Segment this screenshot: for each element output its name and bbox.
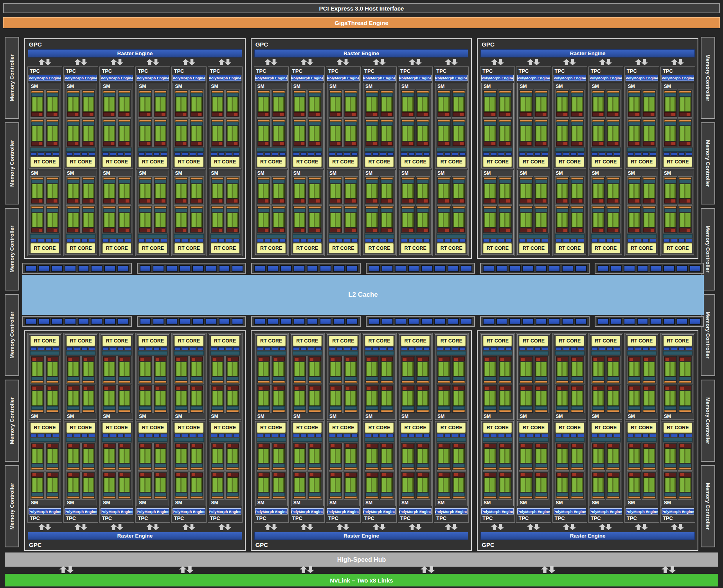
tpc-block: TPCPolyMorph EngineSMRT CORESMRT CORE bbox=[326, 66, 361, 256]
register-file-bar bbox=[191, 377, 203, 380]
core-array bbox=[402, 97, 414, 112]
rop-block bbox=[78, 318, 90, 325]
arrow-cell bbox=[660, 523, 695, 531]
rt-core-block: RT CORE bbox=[293, 336, 322, 346]
sm-subcore bbox=[189, 118, 204, 147]
register-file-bar bbox=[294, 93, 306, 97]
load-store-bar bbox=[499, 228, 511, 232]
sm-subcore-quad bbox=[138, 443, 167, 500]
register-file-bar bbox=[258, 122, 270, 125]
warp-scheduler-bar bbox=[664, 381, 676, 383]
register-file-bar bbox=[345, 93, 357, 97]
core-array bbox=[83, 97, 95, 112]
sfu-block bbox=[48, 358, 51, 361]
texture-units-row bbox=[483, 434, 512, 437]
texture-units-row bbox=[210, 239, 240, 242]
sm-subcore bbox=[102, 176, 117, 204]
register-file-bar bbox=[191, 122, 203, 125]
sfu-block bbox=[608, 387, 612, 390]
core-array bbox=[31, 362, 43, 376]
texture-unit bbox=[628, 347, 634, 350]
texture-unit bbox=[190, 434, 196, 437]
texture-unit bbox=[336, 347, 343, 350]
sm-block: SMRT CORE bbox=[29, 421, 61, 507]
texture-unit bbox=[103, 434, 109, 437]
warp-scheduler-bar bbox=[571, 381, 583, 383]
sm-subcore bbox=[416, 118, 430, 147]
sm-block: SMRT CORE bbox=[173, 83, 205, 169]
sm-label: SM bbox=[555, 170, 585, 176]
warp-scheduler-bar bbox=[294, 177, 306, 179]
arrow-cell bbox=[362, 523, 397, 531]
register-file-bar bbox=[227, 180, 239, 183]
tpc-block: TPCPolyMorph EngineSMRT CORESMRT CORE bbox=[99, 333, 134, 523]
sfu-block bbox=[403, 358, 406, 361]
texture-units-row bbox=[210, 152, 240, 156]
sfu-block bbox=[156, 444, 159, 447]
sm-subcore bbox=[272, 176, 286, 204]
register-file-bar bbox=[139, 406, 151, 410]
core-array bbox=[103, 213, 115, 228]
warp-scheduler-bar bbox=[664, 497, 676, 498]
texture-unit bbox=[67, 434, 73, 437]
register-file-bar bbox=[535, 209, 547, 212]
warp-scheduler-bar bbox=[664, 120, 676, 122]
warp-scheduler-bar bbox=[155, 120, 167, 122]
warp-scheduler-bar bbox=[103, 410, 115, 412]
warp-scheduler-bar bbox=[535, 177, 547, 179]
tpc-block: TPCPolyMorph EngineSMRT CORESMRT CORE bbox=[171, 333, 206, 523]
sfu-block bbox=[651, 229, 654, 232]
register-file-bar bbox=[155, 180, 167, 183]
sfu-block bbox=[316, 113, 320, 116]
rop-block bbox=[408, 265, 420, 272]
tpc-label: TPC bbox=[554, 514, 586, 522]
warp-scheduler-bar bbox=[103, 497, 115, 498]
sfu-block bbox=[162, 142, 165, 145]
register-file-bar bbox=[330, 93, 342, 97]
texture-unit bbox=[628, 434, 634, 437]
register-file-bar bbox=[571, 209, 583, 212]
sfu-block bbox=[352, 199, 356, 203]
core-array bbox=[643, 213, 655, 228]
register-file-bar bbox=[679, 122, 691, 125]
sm-subcore bbox=[117, 443, 132, 471]
sm-subcore bbox=[189, 385, 204, 413]
core-array bbox=[155, 126, 167, 141]
core-array bbox=[556, 362, 568, 376]
texture-unit bbox=[329, 152, 335, 156]
sm-subcore bbox=[272, 443, 286, 471]
rt-core-block: RT CORE bbox=[556, 243, 584, 253]
sm-subcore bbox=[293, 176, 307, 204]
sm-subcore bbox=[606, 385, 620, 413]
sm-subcore bbox=[81, 471, 96, 500]
warp-scheduler-bar bbox=[607, 177, 619, 179]
core-array bbox=[191, 213, 203, 228]
sfu-block bbox=[572, 387, 576, 390]
sm-subcore bbox=[519, 118, 533, 147]
texture-unit bbox=[599, 239, 605, 242]
texture-bar bbox=[365, 351, 394, 355]
core-array bbox=[520, 184, 532, 199]
register-file-bar bbox=[535, 377, 547, 380]
texture-unit bbox=[110, 434, 116, 437]
texture-unit bbox=[642, 152, 649, 156]
warp-scheduler-bar bbox=[607, 120, 619, 122]
rt-core-block: RT CORE bbox=[628, 423, 656, 433]
core-array bbox=[402, 391, 414, 405]
warp-scheduler-bar bbox=[258, 91, 270, 93]
sm-subcore bbox=[555, 118, 570, 147]
texture-unit bbox=[272, 239, 278, 242]
texture-unit bbox=[174, 239, 181, 242]
register-file-bar bbox=[402, 464, 414, 467]
sm-subcore bbox=[138, 471, 153, 500]
register-file-bar bbox=[628, 93, 640, 97]
texture-unit bbox=[315, 239, 322, 242]
sm-subcore bbox=[663, 90, 678, 118]
sm-subcore bbox=[437, 385, 451, 413]
register-file-bar bbox=[258, 406, 270, 410]
register-file-bar bbox=[484, 406, 496, 410]
warp-scheduler-bar bbox=[31, 177, 43, 179]
load-store-bar bbox=[139, 386, 151, 390]
sm-subcore bbox=[117, 471, 132, 500]
sm-subcore bbox=[642, 356, 656, 384]
